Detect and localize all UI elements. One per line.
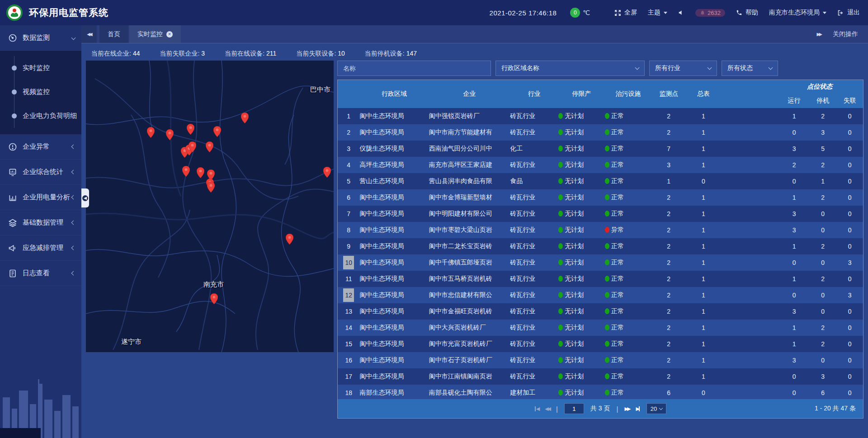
last-page-button[interactable]: ▶ <box>636 406 640 412</box>
sidebar-item[interactable]: 数据监测 <box>0 25 81 51</box>
table-row[interactable]: 16阆中生态环境局阆中市石子页岩机砖厂砖瓦行业无计划正常21300 <box>338 352 863 368</box>
cell-facility-status: 正常 <box>605 141 651 157</box>
cell-points: 7 <box>651 141 686 157</box>
sidebar-subitem[interactable]: 实时监控 <box>0 56 81 80</box>
map-pin-icon[interactable] <box>241 113 249 123</box>
cell-industry: 砖瓦行业 <box>510 303 558 320</box>
logout-button[interactable]: 退出 <box>837 9 860 17</box>
status-dot-icon <box>605 178 609 184</box>
status-dot-icon <box>605 243 609 249</box>
table-row[interactable]: 5营山生态环境局营山县润丰肉食品有限食品无计划正常10010 <box>338 173 863 189</box>
map-pin-icon[interactable] <box>210 293 218 304</box>
col-stopped[interactable]: 停机 <box>809 94 837 108</box>
tab-实时监控[interactable]: 实时监控× <box>129 25 181 43</box>
table-row[interactable]: 2阆中生态环境局阆中市南方节能建材有砖瓦行业无计划正常21030 <box>338 124 863 141</box>
cell-row-number: 14 <box>338 320 359 336</box>
name-filter-input[interactable] <box>337 61 491 76</box>
chevron-left-icon <box>71 246 76 250</box>
first-page-button[interactable]: ◀ <box>534 406 538 412</box>
sidebar-collapse-handle[interactable]: ◀ <box>81 188 89 207</box>
sound-button[interactable] <box>678 9 684 16</box>
table-row[interactable]: 1阆中生态环境局阆中强锐页岩砖厂砖瓦行业无计划正常21120 <box>338 108 863 124</box>
col-industry[interactable]: 行业 <box>510 80 558 108</box>
sidebar-subitem[interactable]: 视频监控 <box>0 80 81 104</box>
page-size-select[interactable]: 20 <box>646 403 666 414</box>
industry-filter-select[interactable]: 所有行业 <box>649 61 717 76</box>
close-operations-button[interactable]: 关闭操作 <box>833 30 858 38</box>
tabs-scroll-left-button[interactable]: ◀◀ <box>81 25 97 43</box>
map-pin-icon[interactable] <box>207 182 215 193</box>
notification-badge[interactable]: 2632 <box>695 9 725 17</box>
cell-running: 1 <box>779 271 809 287</box>
map-pin-icon[interactable] <box>189 141 196 152</box>
region-filter-select[interactable]: 行政区域名称 <box>495 61 645 76</box>
col-facility[interactable]: 治污设施 <box>605 80 651 108</box>
tab-首页[interactable]: 首页 <box>99 25 128 43</box>
col-enterprise[interactable]: 企业 <box>429 80 510 108</box>
col-points[interactable]: 监测点 <box>651 80 686 108</box>
col-running[interactable]: 运行 <box>779 94 809 108</box>
cell-offline: 0 <box>836 303 863 320</box>
table-row[interactable]: 9阆中生态环境局阆中市二龙长宝页岩砖砖瓦行业无计划正常21120 <box>338 238 863 254</box>
table-row[interactable]: 7阆中生态环境局阆中明阳建材有限公司砖瓦行业无计划正常21300 <box>338 206 863 222</box>
table-row[interactable]: 13阆中生态环境局阆中市金福旺页岩机砖砖瓦行业无计划正常21300 <box>338 303 863 320</box>
status-stat: 当前失联设备:10 <box>296 50 344 58</box>
table-row[interactable]: 6阆中生态环境局阆中市金博瑞新型墙材砖瓦行业无计划正常21120 <box>338 189 863 206</box>
tab-close-icon[interactable]: × <box>166 31 173 38</box>
map-pin-icon[interactable] <box>182 166 190 177</box>
tabs-scroll-right-button[interactable]: ▶▶ <box>817 32 821 37</box>
col-meters[interactable]: 总表 <box>686 80 721 108</box>
table-row[interactable]: 17阆中生态环境局阆中市江南镇阆南页岩砖瓦行业无计划正常21030 <box>338 368 863 385</box>
col-offline[interactable]: 失联 <box>836 94 863 108</box>
page-number-input[interactable] <box>564 403 584 414</box>
chevron-down-icon <box>769 66 773 70</box>
status-dot-icon <box>558 259 563 265</box>
map-pin-icon[interactable] <box>166 129 174 140</box>
table-row[interactable]: 18南部生态环境局南部县砚化土陶有限公建材加工无计划正常60060 <box>338 385 863 399</box>
org-dropdown[interactable]: 南充市生态环境局 <box>769 9 826 17</box>
map-pin-icon[interactable] <box>187 124 194 135</box>
temperature: 0 ℃ <box>570 8 590 18</box>
table-row[interactable]: 15阆中生态环境局阆中市光富页岩机砖厂砖瓦行业无计划正常21120 <box>338 336 863 352</box>
cell-enterprise: 阆中市忠信建材有限公 <box>429 287 510 303</box>
sidebar-item[interactable]: 基础数据管理 <box>0 210 81 235</box>
col-district[interactable]: 行政区域 <box>359 80 429 108</box>
sidebar-item[interactable]: 企业用电量分析 <box>0 185 81 210</box>
cell-offline: 3 <box>836 254 863 271</box>
app-title: 环保用电监管系统 <box>29 6 108 19</box>
cell-production-status: 无计划 <box>558 141 605 157</box>
next-page-button[interactable]: ▶▶ <box>624 406 629 412</box>
table-row[interactable]: 11阆中生态环境局阆中市五马桥页岩机砖砖瓦行业无计划正常21120 <box>338 271 863 287</box>
cell-enterprise: 阆中大兴页岩机砖厂 <box>429 320 510 336</box>
table-row[interactable]: 3仪陇生态环境局西南油气田分公司川中化工无计划正常71350 <box>338 141 863 157</box>
table-row[interactable]: 10阆中生态环境局阆中千佛镇五郎垭页岩砖瓦行业无计划正常21003 <box>338 254 863 271</box>
cell-meters: 1 <box>686 108 721 124</box>
status-filter-select[interactable]: 所有状态 <box>722 61 778 76</box>
prev-page-button[interactable]: ◀◀ <box>545 406 550 412</box>
fullscreen-button[interactable]: 全屏 <box>614 9 637 17</box>
status-dot-icon <box>605 227 609 233</box>
map-pin-icon[interactable] <box>213 126 221 137</box>
help-button[interactable]: 帮助 <box>736 9 758 17</box>
map-pin-icon[interactable] <box>197 167 204 178</box>
sidebar-item[interactable]: 企业综合统计 <box>0 160 81 185</box>
table-row[interactable]: 8阆中生态环境局阆中市枣碧大梁山页岩砖瓦行业无计划异常21300 <box>338 222 863 238</box>
map-panel[interactable]: 巴中市南充市遂宁市 <box>86 61 334 352</box>
sidebar-item[interactable]: 应急减排管理 <box>0 235 81 261</box>
sidebar-item[interactable]: 企业异常 <box>0 134 81 160</box>
map-pin-icon[interactable] <box>206 141 213 152</box>
map-pin-icon[interactable] <box>286 234 293 245</box>
col-production[interactable]: 停限产 <box>558 80 605 108</box>
table-row[interactable]: 4高坪生态环境局南充市高坪区王家店建砖瓦行业无计划正常31220 <box>338 157 863 173</box>
table-row[interactable]: 14阆中生态环境局阆中大兴页岩机砖厂砖瓦行业无计划正常21120 <box>338 320 863 336</box>
cell-enterprise: 营山县润丰肉食品有限 <box>429 173 510 189</box>
status-dot-icon <box>558 373 563 379</box>
cell-production-status: 无计划 <box>558 303 605 320</box>
sidebar-item[interactable]: 日志查看 <box>0 261 81 286</box>
table-row[interactable]: 12阆中生态环境局阆中市忠信建材有限公砖瓦行业无计划正常21003 <box>338 287 863 303</box>
map-pin-icon[interactable] <box>147 127 155 138</box>
theme-dropdown[interactable]: 主题 <box>648 9 667 17</box>
sidebar-subitem[interactable]: 企业电力负荷明细 <box>0 104 81 128</box>
stat-value: 3 <box>201 50 205 57</box>
map-pin-icon[interactable] <box>323 167 331 178</box>
